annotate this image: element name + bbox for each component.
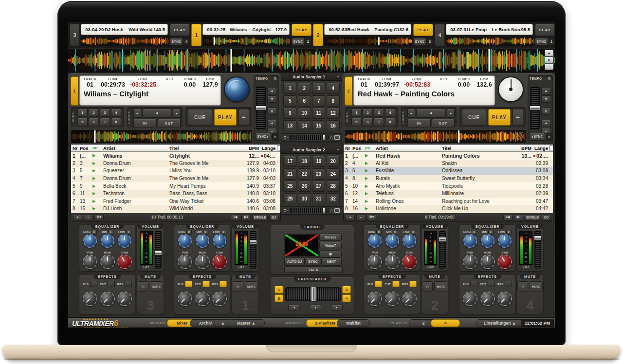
ch4-fx-flg-knob[interactable] [463, 291, 477, 306]
sampler-pad-16[interactable]: 16 [327, 120, 340, 131]
sampler-pad-25[interactable]: 25 [283, 181, 296, 192]
sampler-pad-10[interactable]: 10 [298, 108, 311, 119]
playlist-left-row-6[interactable]: 611▶TechntronBass, Bass, Bass140.803:10 [71, 190, 280, 198]
ch4-eq-mid-knob[interactable] [481, 234, 495, 248]
crossfader-assign-2-button[interactable]: 2 [342, 286, 351, 293]
ch3-fx-res-toggle[interactable] [125, 281, 132, 287]
fade-videot-button[interactable]: VideoT [319, 242, 342, 249]
ch3-mon-knob[interactable] [100, 255, 115, 269]
crossfader-left-button[interactable]: ◄ [288, 305, 300, 310]
top-deck-3-sync-button[interactable]: SYNC [170, 38, 183, 45]
ch2-eq-high-kill-button[interactable]: K [376, 230, 382, 235]
playlist-left-header-artist[interactable]: Artist [101, 146, 169, 151]
top-deck-1-sync-target-badge[interactable]: 2 [305, 38, 312, 45]
sampler-pad-32[interactable]: 32 [327, 193, 340, 204]
ch2-fx-cut-toggle[interactable] [392, 281, 400, 287]
fade-next-button[interactable]: NEXT [321, 257, 342, 266]
ch2-volume-fader-handle[interactable] [439, 237, 446, 242]
single-mode-button[interactable]: SINGLE [252, 214, 268, 220]
top-deck-3-mini-waveform[interactable] [81, 36, 169, 46]
deck1-cue-button[interactable]: CUE [188, 109, 212, 126]
audio-sampler-1-header[interactable]: Audio Sampler 1▼ [281, 73, 342, 81]
ch4-eq-high-kill-button[interactable]: K [472, 230, 477, 235]
ch4-fx-cut-knob[interactable] [480, 291, 495, 306]
ch3-fx-cut-knob[interactable] [100, 291, 115, 306]
top-deck-1-play-button[interactable]: PLAY [292, 24, 312, 36]
top-deck-2-sync-target-badge[interactable]: 3 [426, 38, 433, 45]
deck2-tempo-fader[interactable] [530, 87, 540, 129]
ch2-volume-fader[interactable] [439, 231, 446, 269]
deck2-cue-8-button[interactable]: 8 [385, 118, 395, 126]
sampler-pad-28[interactable]: 28 [327, 181, 340, 192]
deck1-waveform[interactable] [71, 130, 252, 143]
playlist-right-row-5[interactable]: 510▶Afro MystikTidepools03:28 [344, 182, 553, 190]
deck1-cue-2-button[interactable]: 2 [89, 109, 99, 117]
deck2-tempo-up-button[interactable]: ▲ [541, 87, 551, 94]
ch4-mon-knob[interactable] [480, 255, 495, 269]
ch2-mon-knob[interactable] [385, 255, 400, 269]
deck2-play-button[interactable]: PLAY [488, 109, 511, 126]
gear-icon[interactable]: ⚙ [548, 76, 551, 81]
playlist-right-header-artist[interactable]: Artist [374, 146, 442, 151]
deck1-play-button[interactable]: PLAY [214, 109, 237, 126]
ch4-volume-fader[interactable] [534, 231, 541, 269]
sampler-pad-27[interactable]: 27 [312, 181, 325, 192]
top-deck-1-sync-button[interactable]: SYNC [292, 38, 305, 45]
ch3-eq-low-knob[interactable] [118, 234, 131, 248]
playlist-columns-icon[interactable] [549, 146, 553, 150]
crossfader-track[interactable] [285, 287, 341, 301]
playlist-right-header-pp[interactable]: PP [365, 146, 374, 150]
deck2-loop-length-button[interactable]: 4 [416, 109, 446, 118]
playlist-right-row-4[interactable]: 48▶RuralsSweet Butterfly03:34 [344, 175, 553, 182]
sampler-pad-24[interactable]: 24 [327, 168, 340, 180]
sampler-pad-4[interactable]: 4 [327, 83, 340, 94]
top-deck-4-play-button[interactable]: PLAY [535, 24, 555, 36]
ch1-eq-low-kill-button[interactable]: K [221, 230, 226, 235]
monitor-icon[interactable] [334, 208, 340, 213]
ch1-fx-flg-knob[interactable] [178, 291, 192, 306]
sampler-pad-22[interactable]: 22 [298, 168, 311, 180]
ch2-headphone-cue-button[interactable]: ∩ [422, 281, 433, 291]
sampler-pad-6[interactable]: 6 [298, 95, 311, 107]
deck1-loop-in-button[interactable]: IN [133, 119, 157, 128]
deck1-cue-7-button[interactable]: 7 [100, 118, 110, 126]
ch3-headphone-cue-button[interactable]: ∩ [138, 281, 148, 291]
playlist-options-button[interactable]: ⚙▾ [367, 214, 376, 220]
crossfader-assign-1-button[interactable]: 1 [275, 286, 283, 293]
ch2-eq-low-kill-button[interactable]: K [411, 230, 416, 235]
deck2-cue-3-button[interactable]: 3 [374, 109, 384, 117]
ch1-eq-high-knob[interactable] [178, 234, 192, 248]
sampler-pad-29[interactable]: 29 [283, 193, 296, 204]
ch3-eq-high-kill-button[interactable]: K [92, 230, 97, 235]
sampler-pad-7[interactable]: 7 [312, 95, 325, 107]
deck1-loop-decrease-button[interactable]: ◂ [133, 109, 141, 118]
ch2-gan-knob[interactable] [402, 255, 417, 269]
deck2-loop-out-button[interactable]: OUT [432, 119, 455, 128]
top-deck-2-mini-waveform[interactable] [324, 36, 412, 46]
headphones-icon[interactable]: ∩ [330, 208, 333, 213]
ch1-gan-knob[interactable] [212, 255, 227, 269]
sampler-pad-30[interactable]: 30 [298, 193, 311, 204]
sampler-pad-18[interactable]: 18 [298, 156, 311, 167]
deck2-cue-6-button[interactable]: 6 [363, 118, 373, 126]
ch3-fx-flg-knob[interactable] [83, 291, 97, 306]
playlist-left-row-3[interactable]: 35▶SqueezerI Miss You139.903:10 [71, 167, 280, 175]
sampler-pad-31[interactable]: 31 [312, 193, 325, 204]
ch1-fx-cut-toggle[interactable] [202, 281, 210, 287]
ch4-fx-res-toggle[interactable] [505, 281, 512, 287]
playlist-left-row-5[interactable]: 59▶Bella BockMy Heart Pumps140.903:37 [71, 182, 280, 190]
deck1-cue-4-button[interactable]: 4 [111, 109, 121, 117]
fade-sync-button[interactable]: SYNC [306, 257, 320, 266]
ch1-volume-fader-handle[interactable] [249, 240, 257, 245]
deck2-tempo-down-button[interactable]: ▼ [541, 95, 551, 103]
playlist-right-row-8[interactable]: 816▶HollstoneClick Me Up04:42 [344, 205, 553, 213]
deck2-cue-7-button[interactable]: 7 [374, 118, 384, 126]
playlist-left-header-pp[interactable]: PP [92, 146, 101, 150]
sampler-pad-11[interactable]: 11 [312, 108, 325, 119]
deck1-tempo-fader-handle[interactable] [256, 106, 266, 110]
ch2-pan-knob[interactable] [367, 255, 382, 269]
top-deck-4-sync-target-badge[interactable]: 1 [548, 38, 555, 45]
master-button[interactable]: Master ▲ [228, 319, 265, 327]
playlist-right-row-2[interactable]: 24▶Al KidShakin02:39 [344, 160, 553, 167]
deck1-cue-6-button[interactable]: 6 [89, 118, 99, 126]
